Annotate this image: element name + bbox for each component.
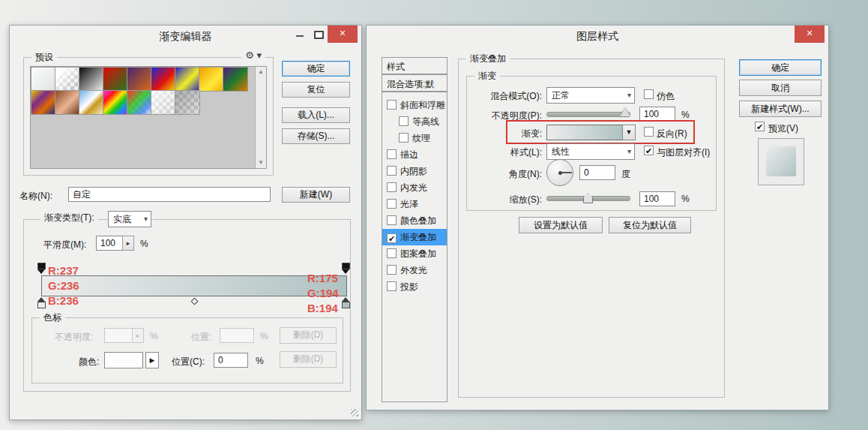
gradient-picker-dropdown-icon[interactable]: ▼	[622, 125, 636, 140]
unchecked-checkbox[interactable]	[387, 215, 397, 225]
gradient-preset-swatch[interactable]	[79, 68, 103, 91]
ok-button[interactable]: 确定	[282, 61, 350, 77]
preview-checkbox[interactable]: ✔	[755, 122, 765, 131]
gradient-label: 渐变:	[467, 128, 542, 140]
gradient-preset-swatch[interactable]	[175, 68, 199, 91]
opacity-slider-thumb[interactable]	[620, 108, 630, 116]
stop-opacity-percent: %	[150, 331, 158, 341]
sidebar-item-颜色叠加[interactable]: 颜色叠加	[382, 212, 447, 229]
angle-input[interactable]: 0	[579, 165, 615, 180]
reverse-checkbox[interactable]	[644, 127, 654, 137]
gradient-preview-bar[interactable]	[41, 275, 347, 296]
gradient-preset-swatch[interactable]	[175, 91, 199, 114]
layer-style-titlebar[interactable]: 图层样式 ×	[367, 26, 828, 45]
unchecked-checkbox[interactable]	[387, 182, 397, 192]
sidebar-item-内发光[interactable]: 内发光	[382, 179, 447, 196]
sidebar-blending-options[interactable]: 混合选项:默认	[382, 74, 447, 92]
ok-button[interactable]: 确定	[739, 59, 822, 76]
gradient-preset-swatch[interactable]	[151, 68, 175, 91]
opacity-slider[interactable]	[546, 112, 630, 117]
align-with-layer-checkbox[interactable]: ✔	[644, 146, 654, 155]
sidebar-item-光泽[interactable]: 光泽	[382, 196, 447, 212]
gradient-picker-swatch[interactable]	[546, 125, 623, 140]
resize-grip[interactable]	[351, 409, 358, 416]
sidebar-item-投影[interactable]: 投影	[382, 278, 447, 295]
unchecked-checkbox[interactable]	[387, 265, 397, 275]
sidebar-item-label: 颜色叠加	[400, 215, 436, 226]
gradient-subgroup-title: 渐变	[474, 70, 500, 83]
gradient-preset-swatch[interactable]	[199, 68, 223, 91]
gradient-preset-swatch[interactable]	[55, 68, 79, 91]
stop-color-arrow-icon[interactable]: ▶	[145, 352, 159, 368]
reverse-label: 反向(R)	[657, 128, 687, 140]
sidebar-item-内阴影[interactable]: 内阴影	[382, 163, 447, 179]
opacity-input[interactable]: 100	[639, 107, 675, 122]
gradient-preset-swatch[interactable]	[127, 68, 151, 91]
gradient-preset-swatch[interactable]	[223, 68, 247, 91]
scroll-up-icon[interactable]: ▲	[256, 67, 266, 77]
stop-position-c-input[interactable]: 0	[214, 353, 248, 368]
sidebar-item-纹理[interactable]: 纹理	[382, 130, 447, 146]
sidebar-item-label: 等高线	[412, 116, 439, 127]
gear-icon[interactable]: ⚙ ▾	[241, 50, 265, 61]
sidebar-styles-header[interactable]: 样式	[382, 57, 447, 74]
smoothness-spinner-icon[interactable]: ▸	[122, 236, 134, 251]
midpoint-diamond[interactable]	[191, 298, 199, 305]
stop-position-percent: %	[260, 331, 268, 341]
gradient-preset-swatch[interactable]	[127, 91, 151, 114]
gradient-preset-swatch[interactable]	[103, 91, 127, 114]
checked-checkbox[interactable]: ✔	[387, 233, 397, 243]
gradient-preset-swatch[interactable]	[31, 91, 55, 114]
unchecked-checkbox[interactable]	[387, 149, 397, 159]
sidebar-item-斜面和浮雕[interactable]: 斜面和浮雕	[382, 97, 447, 113]
sidebar-item-描边[interactable]: 描边	[382, 146, 447, 163]
smoothness-input[interactable]: 100	[96, 236, 123, 251]
gradient-preset-swatch[interactable]	[79, 91, 103, 114]
unchecked-checkbox[interactable]	[387, 166, 397, 176]
stop-color-swatch[interactable]	[104, 352, 143, 368]
name-input[interactable]: 自定	[68, 187, 271, 202]
maximize-button[interactable]	[314, 31, 324, 39]
scale-input[interactable]: 100	[639, 191, 675, 206]
color-stop-right[interactable]	[342, 297, 350, 308]
scroll-down-icon[interactable]: ▼	[256, 158, 266, 168]
unchecked-checkbox[interactable]	[387, 281, 397, 291]
reset-default-button[interactable]: 复位为默认值	[609, 217, 691, 233]
unchecked-checkbox[interactable]	[387, 248, 397, 258]
load-button[interactable]: 载入(L)...	[282, 107, 350, 123]
angle-degree-label: 度	[621, 168, 630, 181]
preset-scrollbar[interactable]: ▲ ▼	[255, 67, 266, 168]
unchecked-checkbox[interactable]	[387, 100, 397, 110]
opacity-stop-right[interactable]	[342, 263, 350, 274]
scale-slider-thumb[interactable]	[583, 194, 593, 203]
opacity-stop-left[interactable]	[37, 263, 46, 274]
save-button[interactable]: 存储(S)...	[282, 128, 350, 144]
gradient-preset-swatch[interactable]	[103, 68, 127, 91]
reset-button[interactable]: 复位	[282, 82, 350, 98]
gradient-type-select[interactable]: 实底 ▾	[108, 211, 151, 227]
color-stop-left[interactable]	[37, 297, 46, 308]
new-style-button[interactable]: 新建样式(W)...	[739, 101, 822, 117]
sidebar-item-等高线[interactable]: 等高线	[382, 113, 447, 130]
dither-checkbox[interactable]	[644, 89, 654, 99]
sidebar-item-图案叠加[interactable]: 图案叠加	[382, 245, 447, 262]
set-default-button[interactable]: 设置为默认值	[519, 217, 603, 233]
new-gradient-button[interactable]: 新建(W)	[282, 187, 350, 203]
close-icon[interactable]: ×	[328, 26, 358, 43]
gradient-editor-titlebar[interactable]: 渐变编辑器 ×	[10, 26, 361, 45]
sidebar-item-外发光[interactable]: 外发光	[382, 262, 447, 278]
unchecked-checkbox[interactable]	[399, 116, 409, 126]
close-icon[interactable]: ×	[795, 26, 825, 43]
minimize-button[interactable]	[295, 29, 305, 39]
cancel-button[interactable]: 取消	[739, 80, 822, 96]
chevron-down-icon: ▾	[144, 212, 148, 227]
style-select[interactable]: 线性 ▾	[546, 143, 635, 160]
blend-mode-select[interactable]: 正常 ▾	[546, 87, 635, 104]
sidebar-item-渐变叠加[interactable]: ✔渐变叠加	[382, 229, 447, 245]
gradient-preset-swatch[interactable]	[151, 91, 175, 114]
gradient-preset-swatch[interactable]	[31, 68, 55, 91]
angle-dial[interactable]	[546, 159, 573, 186]
gradient-preset-swatch[interactable]	[55, 91, 79, 114]
unchecked-checkbox[interactable]	[387, 199, 397, 209]
unchecked-checkbox[interactable]	[399, 133, 409, 143]
